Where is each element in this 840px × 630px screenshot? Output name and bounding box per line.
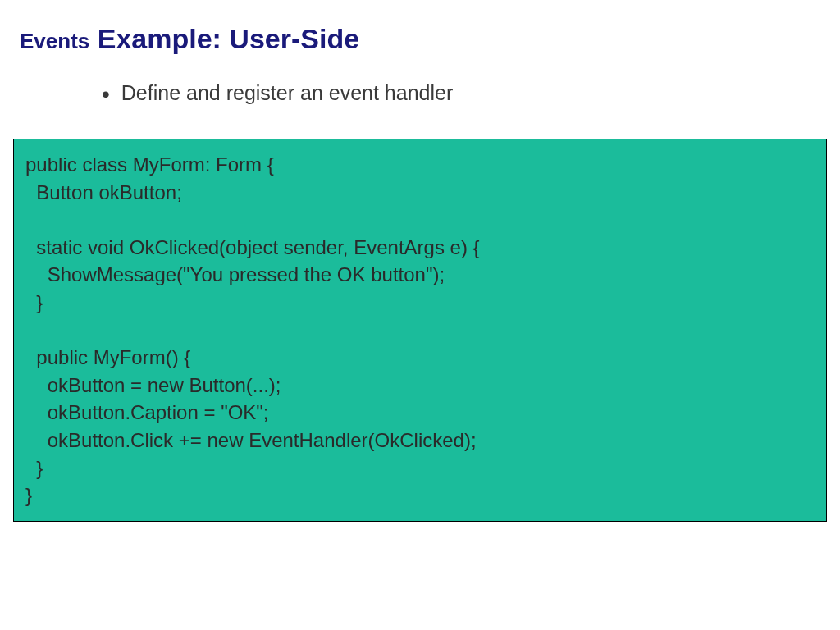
- bullet-list: • Define and register an event handler: [102, 81, 820, 106]
- slide-container: Events Example: User-Side • Define and r…: [0, 0, 840, 538]
- bullet-dot-icon: •: [102, 83, 110, 106]
- slide-title: Events Example: User-Side: [20, 23, 820, 55]
- title-main: Example: User-Side: [89, 23, 359, 54]
- bullet-item: • Define and register an event handler: [102, 81, 820, 106]
- bullet-text: Define and register an event handler: [121, 81, 453, 105]
- code-block: public class MyForm: Form { Button okBut…: [13, 139, 827, 522]
- title-prefix: Events: [20, 29, 89, 53]
